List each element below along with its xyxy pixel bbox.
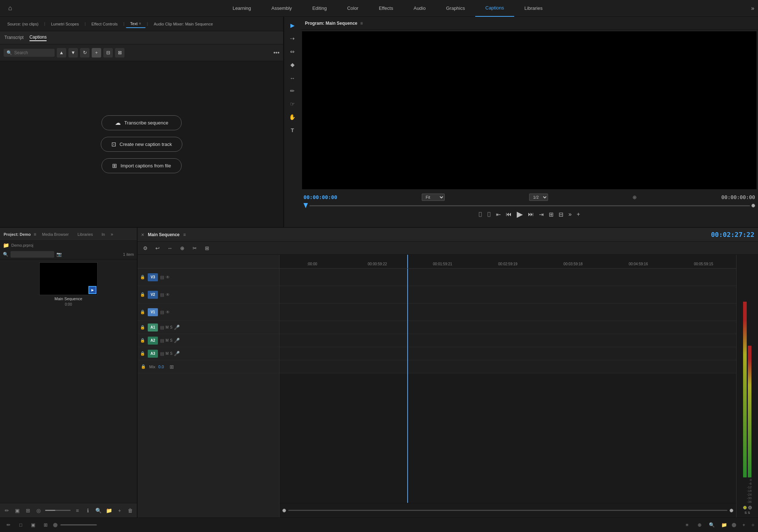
zoom-to-fit-icon[interactable]: ⊕ <box>632 194 637 200</box>
track-content-a2[interactable] <box>279 334 736 347</box>
timeline-close-button[interactable]: × <box>141 232 144 238</box>
freeform-view-icon[interactable]: ◎ <box>35 506 42 515</box>
track-eye-v1[interactable]: 👁 <box>166 310 170 315</box>
nav-effects[interactable]: Effects <box>369 0 404 17</box>
nav-libraries[interactable]: Libraries <box>514 0 553 17</box>
track-mic-a2[interactable]: 🎤 <box>174 338 180 343</box>
status-zoom-slider[interactable] <box>60 524 97 525</box>
track-solo-a1[interactable]: S <box>170 325 172 329</box>
tl-grid-tool[interactable]: ⊞ <box>202 243 212 253</box>
tab-transcript[interactable]: Transcript <box>4 35 24 41</box>
nav-color[interactable]: Color <box>337 0 369 17</box>
track-lock-mix[interactable]: 🔒 <box>140 364 146 370</box>
tab-libraries[interactable]: Libraries <box>75 232 96 237</box>
timeline-ruler[interactable]: :00:00 00:00:59:22 00:01:59:21 00:02:59:… <box>279 255 736 269</box>
project-zoom-slider[interactable] <box>45 510 71 511</box>
status-zoom-icon[interactable]: ⊕ <box>695 520 704 530</box>
tab-captions[interactable]: Captions <box>29 35 47 41</box>
timeline-menu-icon[interactable]: ≡ <box>183 232 186 237</box>
tl-add-tool[interactable]: ⊕ <box>178 243 187 253</box>
more-icon[interactable]: » <box>751 5 754 12</box>
tab-media-browser[interactable]: Media Browser <box>39 232 72 237</box>
status-stack-icon[interactable]: ⊞ <box>41 520 50 530</box>
step-forward-button[interactable]: ⏭ <box>528 211 534 218</box>
tab-text[interactable]: Text ≡ <box>126 20 146 28</box>
home-icon[interactable]: ⌂ <box>4 2 17 15</box>
status-pencil-icon[interactable]: ✏ <box>4 520 13 530</box>
nav-assembly[interactable]: Assembly <box>261 0 302 17</box>
slide-tool-button[interactable]: ✋ <box>287 111 298 123</box>
status-square-icon[interactable]: □ <box>16 520 25 530</box>
info-icon[interactable]: ℹ <box>84 506 92 515</box>
tl-undo-tool[interactable]: ↩ <box>153 243 162 253</box>
track-eye-v3[interactable]: 👁 <box>166 275 170 280</box>
track-lock-a1[interactable]: 🔒 <box>140 325 146 330</box>
project-menu-icon[interactable]: ≡ <box>34 232 36 237</box>
track-toggle-a2[interactable]: ▤ <box>160 338 164 343</box>
tl-slip-tool[interactable]: ↔ <box>165 243 175 253</box>
add-button[interactable]: + <box>577 211 580 218</box>
track-lock-v1[interactable]: 🔒 <box>140 309 146 315</box>
overwrite-button[interactable]: ⊟ <box>559 211 563 218</box>
new-item-icon[interactable]: + <box>116 506 123 515</box>
track-forward-tool-button[interactable]: ⇢ <box>287 33 298 44</box>
play-button[interactable]: ▶ <box>517 210 523 219</box>
nav-audio[interactable]: Audio <box>403 0 436 17</box>
search-input[interactable] <box>14 50 47 55</box>
merge-button[interactable]: ⊠ <box>115 48 124 57</box>
tab-source[interactable]: Source: (no clips) <box>3 20 43 28</box>
track-content-mix[interactable] <box>279 360 736 373</box>
monitor-menu-icon[interactable]: ≡ <box>360 21 363 26</box>
track-toggle-v2[interactable]: ▤ <box>160 292 164 297</box>
type-tool-button[interactable]: T <box>287 124 298 136</box>
mark-in-button[interactable]: ⌷ <box>479 211 482 218</box>
track-lock-v2[interactable]: 🔒 <box>140 292 146 298</box>
add-caption-button[interactable]: + <box>92 48 101 57</box>
text-tab-menu[interactable]: ≡ <box>139 21 141 25</box>
scroll-up-button[interactable]: ▲ <box>57 48 66 57</box>
list-icon[interactable]: ≡ <box>74 506 81 515</box>
mix-icon[interactable]: ⊞ <box>170 364 174 370</box>
tab-in[interactable]: In <box>99 232 108 237</box>
track-content-a1[interactable] <box>279 321 736 334</box>
more-monitor-icon[interactable]: » <box>568 211 572 218</box>
track-mic-a1[interactable]: 🎤 <box>174 325 180 330</box>
go-to-out-button[interactable]: ⇥ <box>539 211 544 218</box>
delete-icon[interactable]: 🗑 <box>126 506 134 515</box>
track-mute-a3[interactable]: M <box>166 352 168 356</box>
tab-audio-mixer[interactable]: Audio Clip Mixer: Main Sequence <box>149 20 217 28</box>
status-search-icon[interactable]: 🔍 <box>707 520 717 530</box>
slip-tool-button[interactable]: ☞ <box>287 98 298 110</box>
track-content-v2[interactable] <box>279 286 736 303</box>
track-content-v3[interactable] <box>279 269 736 286</box>
track-toggle-v3[interactable]: ▤ <box>160 275 164 280</box>
track-content-v1[interactable] <box>279 303 736 321</box>
tab-effect-controls[interactable]: Effect Controls <box>87 20 122 28</box>
quality-select[interactable]: 1/2 Full <box>529 194 548 201</box>
track-solo-a3[interactable]: S <box>170 352 172 356</box>
fit-select[interactable]: Fit 25% 50% 75% 100% <box>422 194 445 201</box>
timecode-right[interactable]: 00:00:00:00 <box>721 194 755 200</box>
track-lock-a3[interactable]: 🔒 <box>140 351 146 357</box>
tl-razor-tool[interactable]: ✂ <box>190 243 199 253</box>
folder-new-icon[interactable]: 📁 <box>105 506 113 515</box>
split-button[interactable]: ⊟ <box>103 48 113 57</box>
grid-view-icon[interactable]: ⊞ <box>24 506 32 515</box>
track-lock-a2[interactable]: 🔒 <box>140 338 146 344</box>
track-eye-v2[interactable]: 👁 <box>166 292 170 297</box>
nav-learning[interactable]: Learning <box>222 0 261 17</box>
ripple-edit-tool-button[interactable]: ⇔ <box>287 46 298 57</box>
step-back-button[interactable]: ⏮ <box>506 211 512 218</box>
timeline-zoom-bar[interactable] <box>288 510 727 511</box>
project-item-main-sequence[interactable]: ▶ Main Sequence 0:00 <box>3 262 134 306</box>
insert-button[interactable]: ⊞ <box>549 211 553 218</box>
rolling-edit-tool-button[interactable]: ↔ <box>287 72 298 84</box>
select-tool-button[interactable]: ▶ <box>287 20 298 31</box>
create-caption-track-button[interactable]: ⊡ Create new caption track <box>101 137 183 152</box>
status-folder-icon[interactable]: 📁 <box>719 520 729 530</box>
track-mute-a1[interactable]: M <box>166 325 168 329</box>
nav-captions[interactable]: Captions <box>475 0 514 17</box>
refresh-button[interactable]: ↻ <box>80 48 90 57</box>
nav-editing[interactable]: Editing <box>302 0 337 17</box>
razor-tool-button[interactable]: ✏ <box>287 85 298 97</box>
